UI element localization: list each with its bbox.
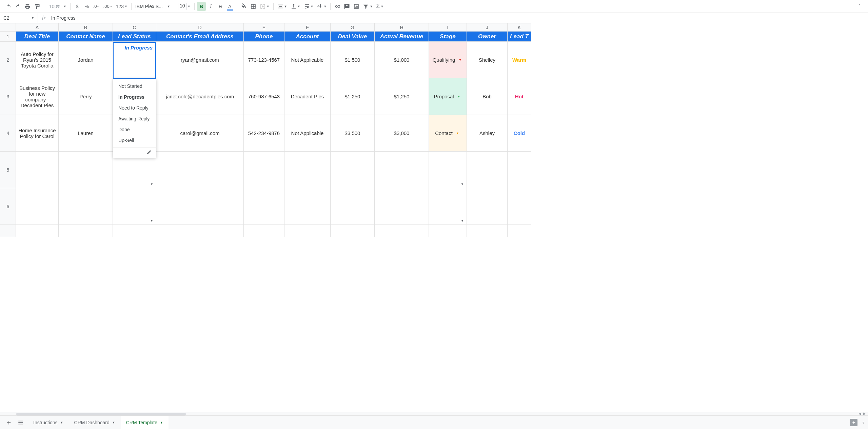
cell-phone[interactable]: 773-123-4567 <box>244 42 284 78</box>
cell-phone[interactable]: 760-987-6543 <box>244 78 284 115</box>
table-row[interactable]: 6 ▼ ▼ <box>0 188 531 225</box>
sheet-tab[interactable]: Instructions ▼ <box>28 416 69 429</box>
col-header[interactable]: E <box>244 23 284 32</box>
cell-actual-revenue[interactable]: $1,000 <box>375 42 429 78</box>
increase-decimal-button[interactable]: .00→ <box>102 2 114 11</box>
cell-account[interactable]: Not Applicable <box>284 42 331 78</box>
cell-contact[interactable]: Jordan <box>59 42 113 78</box>
dropdown-option[interactable]: In Progress <box>113 92 156 102</box>
col-header[interactable]: D <box>156 23 244 32</box>
paint-format-button[interactable] <box>33 2 41 11</box>
collapse-toolbar-button[interactable]: ˄ <box>855 2 864 11</box>
dropdown-caret-icon[interactable]: ▼ <box>150 219 153 222</box>
col-header[interactable]: A <box>16 23 59 32</box>
cell-deal-title[interactable]: Business Policy for new company - Decade… <box>16 78 59 115</box>
col-header[interactable]: C <box>113 23 156 32</box>
cell-stage[interactable]: Proposal▼ <box>429 78 467 115</box>
row-header[interactable]: 3 <box>0 78 16 115</box>
cell-email[interactable]: ryan@gmail.com <box>156 42 244 78</box>
insert-chart-button[interactable] <box>352 2 361 11</box>
insert-link-button[interactable] <box>333 2 342 11</box>
horizontal-scrollbar[interactable]: ◀ ▶ <box>0 412 868 415</box>
currency-button[interactable]: $ <box>73 2 82 11</box>
font-family-select[interactable]: IBM Plex S... ▼ <box>134 2 172 11</box>
side-panel-toggle[interactable]: ‹ <box>862 420 864 425</box>
dropdown-option[interactable]: Up-Sell <box>113 135 156 146</box>
dropdown-caret-icon[interactable]: ▼ <box>150 182 153 186</box>
italic-button[interactable]: I <box>206 2 215 11</box>
cell-stage[interactable]: Qualifying▼ <box>429 42 467 78</box>
dropdown-option[interactable]: Not Started <box>113 81 156 92</box>
cell-deal-title[interactable]: Auto Policy for Ryan's 2015 Toyota Corol… <box>16 42 59 78</box>
col-header[interactable]: B <box>59 23 113 32</box>
sheet-tab[interactable]: CRM Template ▼ <box>121 416 169 429</box>
undo-button[interactable] <box>4 2 13 11</box>
borders-button[interactable] <box>249 2 258 11</box>
cell-actual-revenue[interactable]: $3,000 <box>375 115 429 152</box>
cell-lead-temp[interactable]: Cold <box>508 115 531 152</box>
font-size-select[interactable]: 10 ▼ <box>177 2 192 11</box>
text-color-button[interactable]: A <box>225 2 234 11</box>
col-header[interactable]: G <box>331 23 375 32</box>
decrease-decimal-button[interactable]: .0← <box>92 2 101 11</box>
text-wrap-button[interactable]: ▼ <box>302 2 315 11</box>
col-header[interactable]: K <box>508 23 531 32</box>
row-header[interactable]: 6 <box>0 188 16 225</box>
active-cell[interactable]: In Progress <box>113 42 156 79</box>
cell-deal-value[interactable]: $1,250 <box>331 78 375 115</box>
cell-phone[interactable]: 542-234-9876 <box>244 115 284 152</box>
dropdown-option[interactable]: Done <box>113 124 156 135</box>
cell-lead-temp[interactable]: Warm <box>508 42 531 78</box>
merge-cells-button[interactable]: ▼ <box>258 2 271 11</box>
cell-deal-value[interactable]: $1,500 <box>331 42 375 78</box>
header-cell[interactable]: Stage <box>429 32 467 42</box>
row-header[interactable]: 4 <box>0 115 16 152</box>
all-sheets-button[interactable] <box>16 418 25 427</box>
percent-button[interactable]: % <box>82 2 91 11</box>
zoom-select[interactable]: 100% ▼ <box>46 2 68 11</box>
cell-lead-temp[interactable]: Hot <box>508 78 531 115</box>
text-rotation-button[interactable]: ▼ <box>315 2 328 11</box>
header-cell[interactable]: Account <box>284 32 331 42</box>
name-box[interactable]: C2 ▼ <box>0 13 38 23</box>
cell-deal-value[interactable]: $3,500 <box>331 115 375 152</box>
cell-actual-revenue[interactable]: $1,250 <box>375 78 429 115</box>
cell-stage[interactable]: Contact▼ <box>429 115 467 152</box>
functions-button[interactable]: Σ ▼ <box>375 2 385 11</box>
header-cell[interactable]: Contact Name <box>59 32 113 42</box>
cell-deal-title[interactable]: Home Insurance Policy for Carol <box>16 115 59 152</box>
header-cell[interactable]: Contact's Email Address <box>156 32 244 42</box>
cell-account[interactable]: Decadent Pies <box>284 78 331 115</box>
table-row[interactable] <box>0 225 531 237</box>
table-row[interactable]: 4 Home Insurance Policy for Carol Lauren… <box>0 115 531 152</box>
header-cell[interactable]: Actual Revenue <box>375 32 429 42</box>
bold-button[interactable]: B <box>197 2 206 11</box>
print-button[interactable] <box>23 2 32 11</box>
cell-email[interactable]: carol@gmail.com <box>156 115 244 152</box>
table-row[interactable]: 3 Business Policy for new company - Deca… <box>0 78 531 115</box>
cell-contact[interactable]: Perry <box>59 78 113 115</box>
header-cell[interactable]: Lead T <box>508 32 531 42</box>
table-row[interactable]: 2 Auto Policy for Ryan's 2015 Toyota Cor… <box>0 42 531 78</box>
scroll-left-icon[interactable]: ◀ <box>859 412 861 415</box>
select-all-corner[interactable] <box>0 23 16 32</box>
number-format-select[interactable]: 123 ▼ <box>115 2 129 11</box>
cell-owner[interactable]: Ashley <box>467 115 508 152</box>
sheet-tab[interactable]: CRM Dashboard ▼ <box>69 416 121 429</box>
scroll-right-icon[interactable]: ▶ <box>863 412 866 415</box>
dropdown-caret-icon[interactable]: ▼ <box>461 182 464 186</box>
cell-account[interactable]: Not Applicable <box>284 115 331 152</box>
col-header[interactable]: F <box>284 23 331 32</box>
spreadsheet-grid[interactable]: A B C D E F G H I J K 1 Deal Title Conta… <box>0 23 868 415</box>
cell-contact[interactable]: Lauren <box>59 115 113 152</box>
horizontal-align-button[interactable]: ▼ <box>276 2 289 11</box>
header-cell[interactable]: Deal Value <box>331 32 375 42</box>
scrollbar-thumb[interactable] <box>16 413 186 415</box>
header-cell[interactable]: Owner <box>467 32 508 42</box>
cell-owner[interactable]: Bob <box>467 78 508 115</box>
explore-button[interactable]: ✦ <box>850 419 857 426</box>
table-row[interactable]: 5 ▼ ▼ <box>0 152 531 188</box>
dropdown-caret-icon[interactable]: ▼ <box>461 219 464 222</box>
col-header[interactable]: J <box>467 23 508 32</box>
edit-validation-button[interactable] <box>113 147 156 156</box>
